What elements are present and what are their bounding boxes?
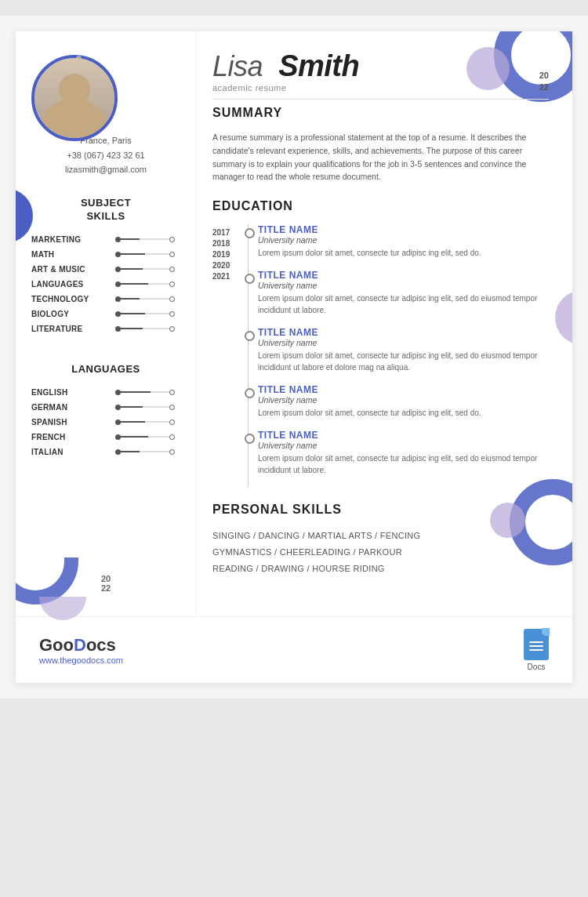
subject-skills-title: SUBJECT SKILLS [81,197,131,223]
skill-name: MARKETING [31,235,102,244]
skill-dot-right [169,281,175,287]
docs-icon-lines [529,641,543,651]
skill-dot-left [115,311,121,317]
edu-desc: Lorem ipsum dolor sit amet, consecte tur… [258,350,549,373]
skill-bar [118,253,180,255]
language-dot-left [115,434,121,440]
skill-track [118,313,172,314]
resume-name: Lisa Smith [212,51,359,81]
skill-dot-left [115,326,121,332]
personal-skills-title: PERSONAL SKILLS [212,503,549,520]
brand-highlight: D [74,635,86,655]
skills-list: MARKETING MATH ART & MUSIC [31,235,180,340]
education-layout: 20172018201920202021 TITLE NAME Universi… [212,224,549,487]
skill-row: LANGUAGES [31,280,180,289]
photo-ring [31,55,118,141]
edu-years-col: 20172018201920202021 [212,224,248,487]
brand-name: GooDocs [39,635,123,656]
sidebar-year: 20 22 [101,574,111,593]
skill-bar [118,298,180,300]
skill-track [118,253,172,255]
edu-year-label: 2017 [212,228,248,237]
skill-row: MARKETING [31,235,180,244]
edu-entry: TITLE NAME University name Lorem ipsum d… [258,384,549,419]
contact-phone: +38 (067) 423 32 61 [65,148,147,163]
language-fill [118,406,143,408]
skill-dot-left [115,296,121,302]
language-dot-right [169,405,175,410]
skill-dot-right [169,267,175,272]
footer-docs-area: Docs [524,629,549,671]
language-track [118,406,172,408]
language-name: GERMAN [31,403,102,412]
education-title: EDUCATION [212,199,549,216]
skill-name: BIOLOGY [31,310,102,318]
skill-track [118,283,172,285]
main-content: Lisa Smith academic resume 20 22 SUMMARY… [196,31,572,616]
language-dot-right [169,419,175,425]
personal-skill-line: GYMNASTICS / CHEERLEADING / PARKOUR [212,544,549,561]
language-name: SPANISH [31,418,102,427]
language-track [118,436,172,438]
avatar [34,58,114,138]
language-dot-right [169,449,175,455]
language-row: SPANISH [31,418,180,427]
skill-bar [118,268,180,270]
edu-entry: TITLE NAME University name Lorem ipsum d… [258,430,549,476]
language-row: ENGLISH [31,388,180,397]
edu-title: TITLE NAME [258,430,549,441]
skill-bar [118,238,180,240]
skill-dot-right [169,237,175,242]
languages-list: ENGLISH GERMAN SPANISH [31,388,180,463]
resume-card: France, Paris +38 (067) 423 32 61 lizasm… [16,31,572,683]
resume-subtitle: academic resume [212,83,359,93]
first-name: Lisa [212,50,263,82]
personal-skill-line: SINGING / DANCING / MARTIAL ARTS / FENCI… [212,528,549,544]
summary-title: SUMMARY [212,106,549,123]
language-fill [118,421,145,423]
language-bar [118,421,180,423]
edu-entry: TITLE NAME University name Lorem ipsum d… [258,327,549,373]
language-name: ITALIAN [31,448,102,456]
skill-dot-right [169,296,175,302]
skill-name: TECHNOLOGY [31,295,102,303]
skill-name: LANGUAGES [31,280,102,289]
edu-title: TITLE NAME [258,224,549,235]
language-fill [118,391,151,393]
skill-fill [118,268,143,270]
last-name: Smith [278,49,359,82]
edu-university: University name [258,235,549,245]
skill-bar [118,313,180,314]
edu-university: University name [258,281,549,290]
skill-fill [118,298,140,300]
language-row: FRENCH [31,433,180,441]
resume-header: Lisa Smith academic resume 20 22 [212,51,549,93]
skill-dot-right [169,311,175,317]
edu-desc: Lorem ipsum dolor sit amet, consecte tur… [258,292,549,316]
language-dot-left [115,449,121,455]
edu-content-col: TITLE NAME University name Lorem ipsum d… [248,224,549,487]
footer-brand-area: GooDocs www.thegoodocs.com [39,635,123,665]
language-bar [118,451,180,452]
edu-entry: TITLE NAME University name Lorem ipsum d… [258,224,549,259]
edu-title: TITLE NAME [258,327,549,338]
resume-content: France, Paris +38 (067) 423 32 61 lizasm… [16,31,572,616]
skill-track [118,298,172,300]
language-dot-right [169,434,175,440]
page-wrapper: France, Paris +38 (067) 423 32 61 lizasm… [0,16,588,699]
edu-desc: Lorem ipsum dolor sit amet, consecte tur… [258,452,549,476]
edu-title: TITLE NAME [258,270,549,281]
skill-dot-left [115,267,121,272]
language-bar [118,391,180,393]
skill-fill [118,283,148,285]
skill-bar [118,328,180,329]
edu-title: TITLE NAME [258,384,549,395]
skill-track [118,238,172,240]
edu-university: University name [258,441,549,450]
language-fill [118,436,148,438]
edu-entry: TITLE NAME University name Lorem ipsum d… [258,270,549,316]
skill-row: MATH [31,250,180,259]
photo-container [31,55,118,141]
summary-text: A resume summary is a professional state… [212,131,549,183]
footer-bar: GooDocs www.thegoodocs.com Docs [16,616,572,683]
